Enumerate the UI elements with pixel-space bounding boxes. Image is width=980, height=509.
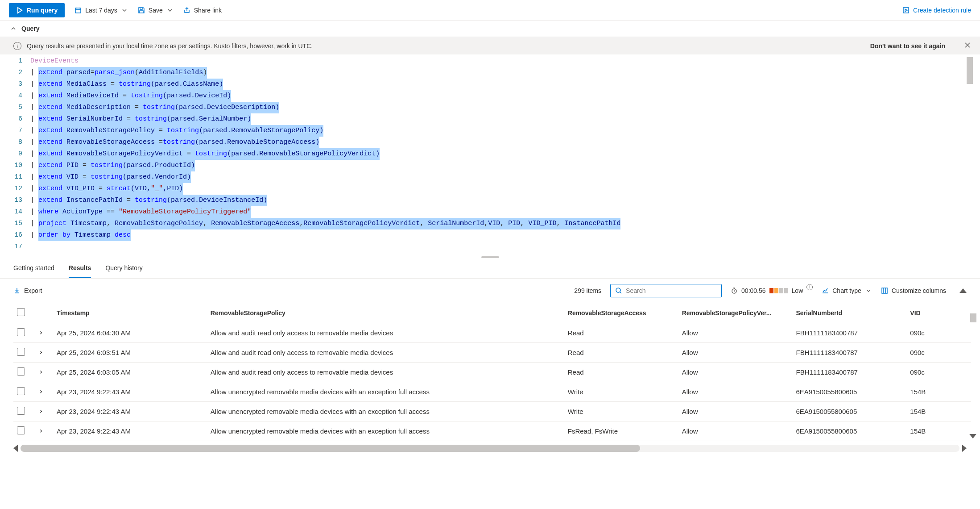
cell-vid: 154B [906, 382, 971, 402]
cell-verdict: Allow [678, 382, 793, 402]
scroll-right-button[interactable] [962, 445, 967, 452]
cell-verdict: Allow [678, 402, 793, 421]
cell-timestamp: Apr 23, 2024 9:22:43 AM [53, 382, 207, 402]
cell-vid: 154B [906, 421, 971, 441]
line-number-gutter: 1234567891011121314151617 [0, 55, 30, 254]
col-policy[interactable]: RemovableStoragePolicy [207, 303, 564, 323]
results-tabs: Getting started Results Query history [0, 259, 980, 279]
col-vid[interactable]: VID [906, 303, 971, 323]
cell-timestamp: Apr 25, 2024 6:03:05 AM [53, 363, 207, 382]
banner-dismiss-link[interactable]: Don't want to see it again [870, 42, 945, 50]
customize-label: Customize columns [892, 287, 946, 294]
time-range-picker[interactable]: Last 7 days [74, 7, 128, 14]
chevron-down-icon [121, 7, 128, 14]
row-checkbox[interactable] [17, 387, 25, 395]
banner-close-button[interactable] [964, 42, 971, 50]
row-checkbox[interactable] [17, 426, 25, 434]
info-icon: i [13, 42, 21, 50]
run-query-button[interactable]: Run query [9, 3, 65, 17]
search-input[interactable] [626, 287, 717, 294]
cell-vid: 090c [906, 323, 971, 343]
share-link-button[interactable]: Share link [183, 7, 222, 14]
cell-verdict: Allow [678, 323, 793, 343]
code-area[interactable]: DeviceEvents| extend parsed=parse_json(A… [30, 55, 980, 254]
scroll-left-button[interactable] [13, 445, 18, 452]
cell-vid: 090c [906, 363, 971, 382]
detection-rule-icon [902, 7, 910, 14]
cell-serial: 6EA9150055800605 [792, 421, 906, 441]
select-all-checkbox[interactable] [17, 308, 25, 316]
cell-serial: FBH1111183400787 [792, 323, 906, 343]
expand-row-button[interactable]: ⌄ [35, 409, 44, 414]
cell-policy: Allow and audit read only access to remo… [207, 363, 564, 382]
col-timestamp[interactable]: Timestamp [53, 303, 207, 323]
table-row[interactable]: ⌄Apr 23, 2024 9:22:43 AMAllow unencrypte… [13, 402, 971, 421]
chevron-up-icon [10, 25, 17, 32]
expand-row-button[interactable]: ⌄ [35, 428, 44, 434]
cell-vid: 154B [906, 402, 971, 421]
info-icon[interactable]: i [806, 284, 813, 290]
editor-vertical-scrollbar[interactable] [967, 57, 976, 253]
close-icon [964, 42, 971, 49]
cell-policy: Allow unencrypted removable media device… [207, 402, 564, 421]
item-count: 299 items [574, 287, 601, 294]
customize-columns-button[interactable]: Customize columns [881, 287, 946, 294]
table-row[interactable]: ⌄Apr 23, 2024 9:22:43 AMAllow unencrypte… [13, 421, 971, 441]
cell-policy: Allow and audit read only access to remo… [207, 343, 564, 363]
row-checkbox[interactable] [17, 348, 25, 356]
table-horizontal-scrollbar[interactable] [13, 445, 967, 452]
table-row[interactable]: ⌄Apr 25, 2024 6:04:30 AMAllow and audit … [13, 323, 971, 343]
tab-query-history[interactable]: Query history [105, 259, 142, 278]
tab-getting-started[interactable]: Getting started [13, 259, 54, 278]
table-vertical-scrollbar[interactable] [970, 303, 978, 452]
table-row[interactable]: ⌄Apr 23, 2024 9:22:43 AMAllow unencrypte… [13, 382, 971, 402]
query-performance: 00:00.56 Low i [731, 287, 813, 294]
query-header-label: Query [21, 25, 39, 32]
chart-type-picker[interactable]: Chart type [822, 287, 872, 294]
create-rule-label: Create detection rule [913, 7, 971, 14]
stopwatch-icon [731, 287, 738, 294]
panel-drag-handle[interactable] [0, 255, 980, 259]
scroll-up-button[interactable] [959, 288, 967, 293]
export-label: Export [24, 287, 42, 294]
table-row[interactable]: ⌄Apr 25, 2024 6:03:51 AMAllow and audit … [13, 343, 971, 363]
save-label: Save [149, 7, 163, 14]
cell-policy: Allow unencrypted removable media device… [207, 382, 564, 402]
create-detection-rule-button[interactable]: Create detection rule [902, 7, 971, 14]
calendar-icon [74, 7, 82, 14]
search-icon [615, 287, 622, 294]
table-row[interactable]: ⌄Apr 25, 2024 6:03:05 AMAllow and audit … [13, 363, 971, 382]
cell-verdict: Allow [678, 421, 793, 441]
cell-vid: 090c [906, 343, 971, 363]
col-verdict[interactable]: RemovableStoragePolicyVer... [678, 303, 793, 323]
row-checkbox[interactable] [17, 367, 25, 375]
col-serial[interactable]: SerialNumberId [792, 303, 906, 323]
row-checkbox[interactable] [17, 328, 25, 336]
query-editor[interactable]: 1234567891011121314151617 DeviceEvents| … [0, 54, 980, 255]
play-icon [16, 7, 23, 14]
row-checkbox[interactable] [17, 407, 25, 415]
expand-row-button[interactable]: ⌄ [35, 369, 44, 375]
cell-access: Write [564, 402, 678, 421]
share-icon [183, 7, 190, 14]
col-access[interactable]: RemovableStorageAccess [564, 303, 678, 323]
cell-timestamp: Apr 23, 2024 9:22:43 AM [53, 402, 207, 421]
tab-results[interactable]: Results [69, 259, 91, 278]
chart-icon [822, 287, 829, 294]
cell-serial: 6EA9150055800605 [792, 382, 906, 402]
expand-row-button[interactable]: ⌄ [35, 330, 44, 336]
share-label: Share link [194, 7, 222, 14]
query-section-header[interactable]: Query [0, 21, 980, 37]
perf-label: Low [792, 287, 803, 294]
export-button[interactable]: Export [13, 287, 42, 294]
run-query-label: Run query [27, 7, 58, 14]
scroll-down-button[interactable] [969, 434, 976, 438]
save-button[interactable]: Save [138, 7, 174, 14]
expand-row-button[interactable]: ⌄ [35, 350, 44, 355]
results-search-box[interactable] [610, 284, 722, 297]
cell-policy: Allow and audit read only access to remo… [207, 323, 564, 343]
expand-row-button[interactable]: ⌄ [35, 389, 44, 395]
chart-type-label: Chart type [832, 287, 861, 294]
perf-bars-icon [769, 288, 788, 293]
cell-timestamp: Apr 25, 2024 6:04:30 AM [53, 323, 207, 343]
